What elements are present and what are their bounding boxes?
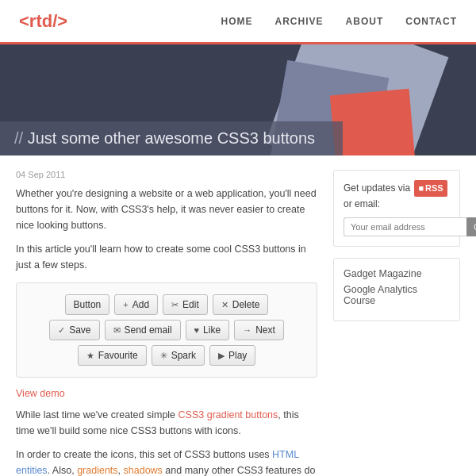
demo-btn-add[interactable]: + Add	[114, 294, 158, 315]
check-icon: ✓	[58, 325, 65, 336]
demo-btn-next[interactable]: → Next	[234, 320, 284, 340]
sidebar-updates-text: Get updates via ■RSS or email:	[344, 180, 450, 211]
demo-btn-like[interactable]: ♥ Like	[186, 320, 230, 340]
email-input[interactable]	[344, 217, 466, 236]
para3-text-1: While last time we've created simple	[16, 409, 178, 420]
nav-home[interactable]: HOME	[221, 16, 253, 27]
go-button[interactable]: GO	[466, 217, 476, 236]
para4-comma: ,	[118, 465, 124, 476]
scissors-icon: ✂	[171, 300, 178, 310]
demo-btn-save[interactable]: ✓ Save	[49, 320, 99, 340]
play-icon: ▶	[218, 351, 225, 361]
header: <rtd/> HOME ARCHIVE ABOUT CONTACT	[0, 0, 476, 44]
para4-text-2: . Also,	[48, 465, 78, 476]
demo-btn-favourite[interactable]: ★ Favourite	[78, 345, 147, 366]
hero-title: Just some other awesome CSS3 buttons	[14, 129, 328, 148]
nav-archive[interactable]: ARCHIVE	[275, 16, 324, 27]
nav-about[interactable]: ABOUT	[346, 16, 384, 27]
hero-banner: Just some other awesome CSS3 buttons	[0, 44, 476, 155]
article-date: 04 Sep 2011	[16, 170, 317, 179]
article-para-3: While last time we've created simple CSS…	[16, 407, 317, 439]
nav: HOME ARCHIVE ABOUT CONTACT	[221, 16, 457, 27]
heart-icon: ♥	[194, 325, 200, 335]
article-para-1: Whether you're designing a website or a …	[16, 186, 317, 233]
para4-text-1: In order to create the icons, this set o…	[16, 449, 272, 460]
demo-row-1: Button + Add ✂ Edit ✕ Delete	[28, 294, 305, 315]
envelope-icon: ✉	[113, 325, 121, 336]
arrow-right-icon: →	[243, 325, 251, 335]
updates-post: or email:	[344, 198, 380, 209]
logo: <rtd/>	[19, 11, 67, 32]
demo-btn-edit[interactable]: ✂ Edit	[163, 294, 208, 315]
sidebar-link-analytics[interactable]: Google Analytics Course	[344, 284, 450, 306]
star-icon: ★	[86, 351, 94, 361]
demo-btn-button[interactable]: Button	[65, 294, 110, 315]
article-content: 04 Sep 2011 Whether you're designing a w…	[16, 170, 317, 476]
sidebar: Get updates via ■RSS or email: GO Gadget…	[333, 170, 460, 476]
hero-shape-3	[330, 89, 416, 155]
view-demo-link[interactable]: View demo	[16, 388, 65, 399]
email-subscribe-row: GO	[344, 217, 450, 236]
demo-btn-delete[interactable]: ✕ Delete	[213, 294, 269, 315]
asterisk-icon: ✳	[160, 351, 167, 361]
rss-label: RSS	[425, 182, 443, 195]
sidebar-link-gadget[interactable]: Gadget Magazine	[344, 268, 450, 279]
gradients-link[interactable]: gradients	[77, 465, 117, 476]
shadows-link[interactable]: shadows	[124, 465, 163, 476]
demo-btn-spark[interactable]: ✳ Spark	[152, 345, 205, 366]
updates-pre: Get updates via	[344, 182, 413, 194]
css3-gradient-link[interactable]: CSS3 gradient buttons	[178, 409, 278, 420]
button-demo-box: Button + Add ✂ Edit ✕ Delete ✓ Save ✉ Se…	[16, 282, 317, 378]
hero-title-wrapper: Just some other awesome CSS3 buttons	[0, 121, 343, 155]
article-para-4: In order to create the icons, this set o…	[16, 447, 317, 476]
article-para-2: In this article you'll learn how to crea…	[16, 241, 317, 273]
plus-icon: +	[123, 300, 128, 309]
main-layout: 04 Sep 2011 Whether you're designing a w…	[0, 155, 476, 476]
demo-btn-play[interactable]: ▶ Play	[209, 345, 255, 366]
sidebar-links-box: Gadget Magazine Google Analytics Course	[333, 258, 460, 321]
nav-contact[interactable]: CONTACT	[405, 16, 457, 27]
demo-btn-send-email[interactable]: ✉ Send email	[105, 320, 181, 340]
rss-icon: ■	[418, 182, 424, 195]
rss-badge[interactable]: ■RSS	[414, 180, 447, 197]
x-icon: ✕	[221, 300, 228, 310]
demo-row-3: ★ Favourite ✳ Spark ▶ Play	[28, 345, 305, 366]
rss-subscribe-box: Get updates via ■RSS or email: GO	[333, 170, 460, 247]
demo-row-2: ✓ Save ✉ Send email ♥ Like → Next	[28, 320, 305, 340]
